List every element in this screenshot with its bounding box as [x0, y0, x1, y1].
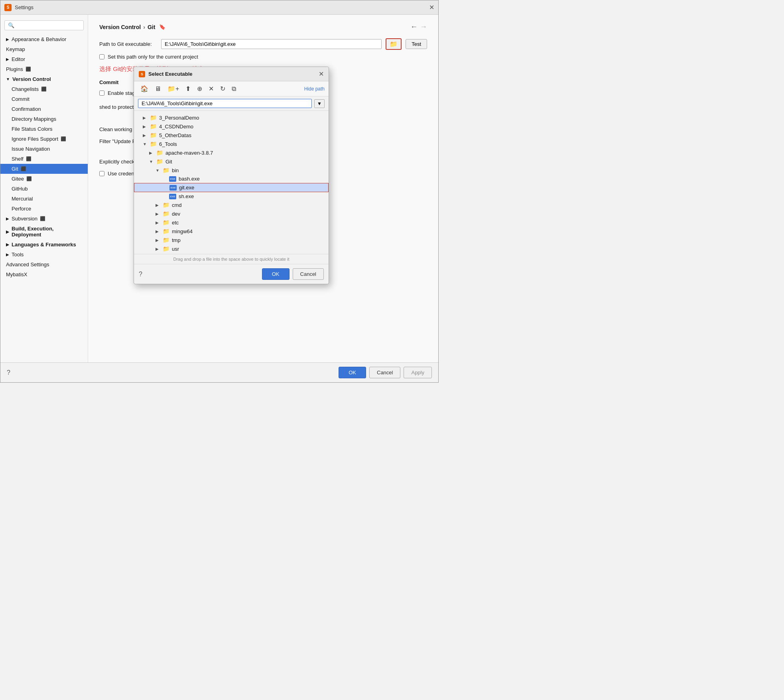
new-folder-button[interactable]: 📁+ — [165, 84, 181, 94]
sidebar-item-confirmation[interactable]: Confirmation — [0, 104, 88, 114]
tree-item-label: dev — [172, 211, 180, 217]
folder-icon: 📁 — [163, 167, 169, 173]
tree-item-apache[interactable]: ▶ 📁 apache-maven-3.8.7 — [134, 148, 329, 157]
back-button[interactable]: ← — [410, 23, 418, 31]
tree-item-label: bash.exe — [179, 176, 200, 182]
folder-icon: 📁 — [163, 219, 169, 226]
expand-button[interactable]: ⊕ — [195, 84, 205, 94]
apply-button[interactable]: Apply — [404, 367, 432, 378]
help-icon[interactable]: ? — [7, 369, 10, 376]
copy-path-button[interactable]: ⧉ — [229, 84, 238, 94]
tree-item-git-folder[interactable]: ▼ 📁 Git — [134, 157, 329, 166]
expand-arrow: ▶ — [156, 247, 160, 251]
desktop-button[interactable]: 🖥 — [152, 84, 163, 94]
sidebar-item-editor[interactable]: ▶ Editor — [0, 54, 88, 64]
sidebar-item-shelf[interactable]: Shelf ⬛ — [0, 154, 88, 164]
path-label: Path to Git executable: — [99, 41, 157, 47]
folder-icon: 📁 — [163, 202, 169, 208]
sidebar-label: File Status Colors — [12, 126, 53, 132]
ok-button[interactable]: OK — [339, 367, 366, 378]
sidebar-item-git[interactable]: Git ⬛ — [0, 164, 88, 174]
expand-arrow: ▶ — [156, 220, 160, 225]
expand-icon: ▶ — [6, 57, 9, 61]
expand-icon: ▶ — [6, 242, 9, 247]
folder-icon: 📁 — [150, 123, 157, 130]
enable-staging-checkbox[interactable] — [99, 90, 104, 96]
sidebar-item-gitee[interactable]: Gitee ⬛ — [0, 174, 88, 184]
bookmark-icon: 🔖 — [159, 24, 165, 30]
forward-button[interactable]: → — [420, 23, 427, 31]
tree-item[interactable]: ▶ 📁 4_CSDNDemo — [134, 122, 329, 131]
tree-item-tmp[interactable]: ▶ 📁 tmp — [134, 236, 329, 244]
tree-item-mingw64[interactable]: ▶ 📁 mingw64 — [134, 227, 329, 236]
sidebar-item-perforce[interactable]: Perforce — [0, 204, 88, 214]
tree-item-cmd[interactable]: ▶ 📁 cmd — [134, 201, 329, 209]
home-button[interactable]: 🏠 — [138, 84, 151, 94]
tree-item-bin[interactable]: ▼ 📁 bin — [134, 166, 329, 175]
sidebar-item-github[interactable]: GitHub — [0, 184, 88, 194]
close-button[interactable]: ✕ — [429, 4, 434, 11]
search-icon: 🔍 — [8, 22, 14, 28]
sidebar-item-ignore-files[interactable]: Ignore Files Support ⬛ — [0, 134, 88, 144]
test-button[interactable]: Test — [406, 39, 427, 49]
dialog-cancel-button[interactable]: Cancel — [293, 268, 324, 280]
ext-icon: ⬛ — [21, 166, 26, 171]
search-box[interactable]: 🔍 — [4, 20, 84, 30]
hide-path-link[interactable]: Hide path — [304, 86, 325, 92]
refresh-button[interactable]: ↻ — [218, 84, 228, 94]
tree-item-git-exe[interactable]: exe git.exe — [134, 183, 329, 192]
sidebar-item-changelists[interactable]: Changelists ⬛ — [0, 84, 88, 94]
tree-item[interactable]: ▶ 📁 5_OtherDatas — [134, 131, 329, 140]
dialog-path-dropdown[interactable]: ▼ — [314, 99, 325, 108]
tree-item-usr[interactable]: ▶ 📁 usr — [134, 244, 329, 253]
sidebar-item-mercurial[interactable]: Mercurial — [0, 194, 88, 204]
expand-arrow: ▼ — [149, 159, 154, 164]
dialog-footer: ? OK Cancel — [134, 264, 329, 284]
dialog-close-button[interactable]: ✕ — [319, 70, 324, 78]
cancel-button[interactable]: Cancel — [369, 367, 400, 378]
sidebar-label: Directory Mappings — [12, 116, 56, 122]
sidebar-item-plugins[interactable]: Plugins ⬛ — [0, 64, 88, 74]
file-icon: exe — [169, 194, 176, 199]
tree-item-label: etc — [172, 220, 179, 226]
delete-button[interactable]: ✕ — [206, 84, 216, 94]
folder-icon: 📁 — [150, 114, 157, 121]
current-project-checkbox[interactable] — [99, 54, 104, 59]
sidebar-item-file-status-colors[interactable]: File Status Colors — [0, 124, 88, 134]
dialog-hint: Drag and drop a file into the space abov… — [134, 254, 329, 264]
sidebar-item-advanced-settings[interactable]: Advanced Settings — [0, 260, 88, 269]
sidebar-item-appearance[interactable]: ▶ Appearance & Behavior — [0, 34, 88, 44]
sidebar-item-version-control[interactable]: ▼ Version Control — [0, 74, 88, 84]
up-button[interactable]: ⬆ — [183, 84, 193, 94]
folder-browse-button[interactable]: 📁 — [386, 38, 402, 50]
sidebar-item-tools[interactable]: ▶ Tools — [0, 250, 88, 260]
sidebar-label: Subversion — [12, 216, 37, 222]
tree-item-bash[interactable]: exe bash.exe — [134, 175, 329, 183]
tree-item-etc[interactable]: ▶ 📁 etc — [134, 218, 329, 227]
sidebar-label: Tools — [12, 252, 24, 258]
dialog-path-input[interactable] — [138, 99, 312, 108]
sidebar-item-languages[interactable]: ▶ Languages & Frameworks — [0, 240, 88, 250]
sidebar-item-build[interactable]: ▶ Build, Execution, Deployment — [0, 224, 88, 240]
sidebar-item-commit[interactable]: Commit — [0, 94, 88, 104]
folder-icon: 📁 — [150, 132, 157, 138]
sidebar-label: Confirmation — [12, 106, 41, 112]
tree-item[interactable]: ▶ 📁 3_PersonalDemo — [134, 113, 329, 122]
sidebar-item-directory-mappings[interactable]: Directory Mappings — [0, 114, 88, 124]
path-input[interactable] — [161, 39, 382, 49]
search-input[interactable] — [16, 23, 80, 28]
expand-arrow: ▶ — [149, 151, 154, 155]
credential-helper-checkbox[interactable] — [99, 171, 104, 176]
sidebar-item-issue-navigation[interactable]: Issue Navigation — [0, 144, 88, 154]
sidebar-item-subversion[interactable]: ▶ Subversion ⬛ — [0, 214, 88, 224]
select-executable-dialog: S Select Executable ✕ 🏠 🖥 📁+ ⬆ ⊕ ✕ ↻ ⧉ H… — [134, 67, 329, 284]
dialog-ok-button[interactable]: OK — [262, 268, 290, 280]
tree-item-dev[interactable]: ▶ 📁 dev — [134, 209, 329, 218]
expand-arrow: ▶ — [143, 133, 148, 138]
sidebar-item-mybatisx[interactable]: MybatisX — [0, 269, 88, 279]
dialog-help-icon[interactable]: ? — [139, 271, 142, 278]
sidebar-item-keymap[interactable]: Keymap — [0, 44, 88, 54]
file-icon: exe — [169, 185, 177, 191]
tree-item-6tools[interactable]: ▼ 📁 6_Tools — [134, 140, 329, 148]
tree-item-sh[interactable]: exe sh.exe — [134, 192, 329, 201]
